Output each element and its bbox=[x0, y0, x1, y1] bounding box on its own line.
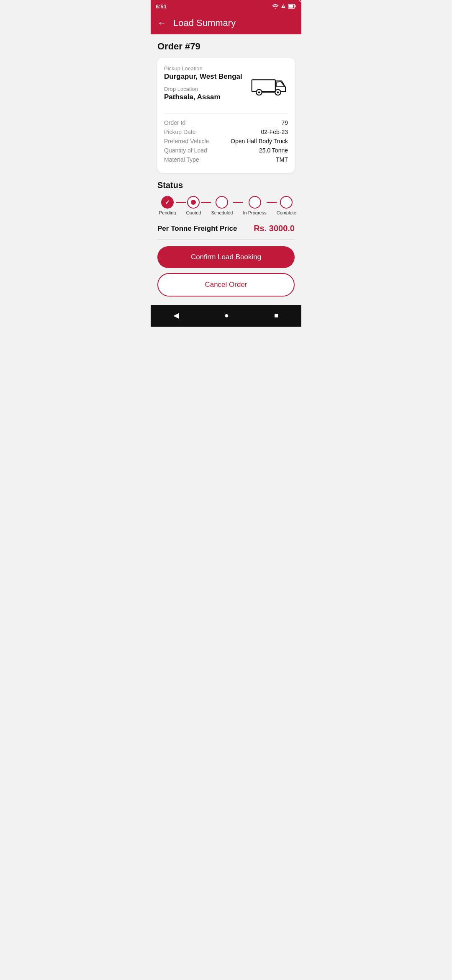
location-info: Pickup Location Durgapur, West Bengal Dr… bbox=[164, 65, 250, 106]
svg-rect-6 bbox=[252, 80, 275, 92]
order-number: Order #79 bbox=[157, 41, 295, 52]
nav-recent-button[interactable]: ■ bbox=[274, 311, 279, 320]
content-divider bbox=[157, 239, 295, 240]
step-line-1 bbox=[176, 202, 186, 203]
step-label-complete: Complete bbox=[277, 210, 296, 215]
nav-home-button[interactable]: ● bbox=[224, 311, 229, 320]
step-label-pending: Pending bbox=[159, 210, 176, 215]
bottom-nav: ◀ ● ■ bbox=[151, 305, 301, 327]
freight-label: Per Tonne Freight Price bbox=[157, 224, 237, 233]
drop-value: Pathsala, Assam bbox=[164, 93, 250, 101]
signal-icon bbox=[280, 3, 286, 9]
freight-price-row: Per Tonne Freight Price Rs. 3000.0 bbox=[157, 224, 295, 233]
confirm-load-booking-button[interactable]: Confirm Load Booking bbox=[157, 246, 295, 268]
app-header: ← Load Summary bbox=[151, 12, 301, 34]
card-top-section: Pickup Location Durgapur, West Bengal Dr… bbox=[164, 65, 288, 106]
status-section-title: Status bbox=[157, 181, 295, 190]
check-icon-pending: ✓ bbox=[165, 199, 170, 206]
order-card: Pickup Location Durgapur, West Bengal Dr… bbox=[157, 58, 295, 173]
status-steps: ✓ Pending Quoted Scheduled In Progress C… bbox=[157, 196, 295, 215]
detail-value-material: TMT bbox=[276, 156, 288, 163]
detail-row-vehicle: Preferred Vehicle Open Half Body Truck bbox=[164, 138, 288, 144]
detail-row-pickupdate: Pickup Date 02-Feb-23 bbox=[164, 129, 288, 135]
detail-value-quantity: 25.0 Tonne bbox=[259, 147, 288, 154]
page-title: Load Summary bbox=[173, 18, 236, 28]
step-line-2 bbox=[201, 202, 211, 203]
step-circle-scheduled bbox=[216, 196, 228, 209]
svg-point-8 bbox=[258, 91, 260, 93]
pickup-value: Durgapur, West Bengal bbox=[164, 72, 250, 81]
detail-label-material: Material Type bbox=[164, 156, 199, 163]
battery-icon bbox=[288, 4, 296, 9]
status-icons bbox=[272, 3, 296, 9]
status-bar: 6:51 bbox=[151, 0, 301, 12]
step-scheduled: Scheduled bbox=[211, 196, 233, 215]
step-circle-pending: ✓ bbox=[161, 196, 174, 209]
step-inprogress: In Progress bbox=[243, 196, 266, 215]
main-content: Order #79 Pickup Location Durgapur, West… bbox=[151, 34, 301, 305]
step-line-3 bbox=[233, 202, 243, 203]
order-details: Order Id 79 Pickup Date 02-Feb-23 Prefer… bbox=[164, 119, 288, 163]
detail-row-quantity: Quantity of Load 25.0 Tonne bbox=[164, 147, 288, 154]
status-time: 6:51 bbox=[156, 3, 167, 10]
svg-rect-4 bbox=[295, 5, 296, 8]
detail-value-orderid: 79 bbox=[281, 119, 288, 126]
step-quoted: Quoted bbox=[186, 196, 201, 215]
detail-value-pickupdate: 02-Feb-23 bbox=[261, 129, 288, 135]
step-circle-inprogress bbox=[249, 196, 261, 209]
detail-value-vehicle: Open Half Body Truck bbox=[231, 138, 288, 144]
detail-label-quantity: Quantity of Load bbox=[164, 147, 207, 154]
step-label-inprogress: In Progress bbox=[243, 210, 266, 215]
step-label-quoted: Quoted bbox=[186, 210, 201, 215]
truck-icon bbox=[250, 73, 288, 98]
svg-point-2 bbox=[283, 8, 284, 8]
card-divider bbox=[164, 113, 288, 113]
step-circle-quoted bbox=[187, 196, 200, 209]
detail-row-material: Material Type TMT bbox=[164, 156, 288, 163]
detail-row-orderid: Order Id 79 bbox=[164, 119, 288, 126]
back-button[interactable]: ← bbox=[157, 18, 167, 28]
detail-label-pickupdate: Pickup Date bbox=[164, 129, 195, 135]
svg-point-10 bbox=[277, 91, 279, 93]
freight-price: Rs. 3000.0 bbox=[254, 224, 295, 233]
step-circle-complete bbox=[280, 196, 293, 209]
step-complete: Complete bbox=[277, 196, 296, 215]
step-pending: ✓ Pending bbox=[159, 196, 176, 215]
detail-label-orderid: Order Id bbox=[164, 119, 185, 126]
svg-rect-5 bbox=[289, 5, 293, 8]
step-label-scheduled: Scheduled bbox=[211, 210, 233, 215]
nav-back-button[interactable]: ◀ bbox=[173, 311, 179, 320]
wifi-icon bbox=[272, 4, 279, 9]
pickup-label: Pickup Location bbox=[164, 65, 250, 72]
step-line-4 bbox=[267, 202, 277, 203]
cancel-order-button[interactable]: Cancel Order bbox=[157, 273, 295, 297]
detail-label-vehicle: Preferred Vehicle bbox=[164, 138, 209, 144]
drop-label: Drop Location bbox=[164, 86, 250, 92]
